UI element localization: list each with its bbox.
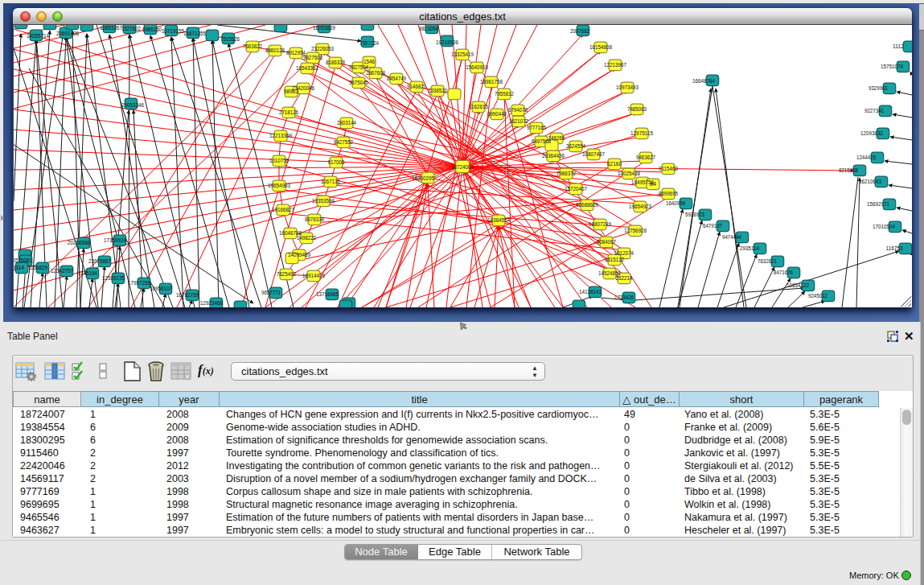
svg-text:10688609: 10688609 (576, 201, 598, 208)
svg-text:84: 84 (650, 180, 656, 187)
svg-text:1733426: 1733426 (614, 294, 634, 301)
svg-text:10807487: 10807487 (582, 150, 605, 158)
svg-text:16053809: 16053809 (313, 25, 335, 31)
svg-text:7986372: 7986372 (556, 170, 576, 177)
svg-text:2087682: 2087682 (570, 27, 589, 35)
svg-text:3267130: 3267130 (321, 178, 340, 185)
svg-text:2803144: 2803144 (337, 119, 356, 126)
svg-text:12213967: 12213967 (604, 61, 626, 68)
svg-text:9463627: 9463627 (636, 154, 655, 161)
svg-text:29053346: 29053346 (121, 101, 144, 109)
svg-text:2935114: 2935114 (740, 245, 759, 252)
svg-text:20206586: 20206586 (68, 239, 90, 246)
svg-text:746266: 746266 (548, 134, 565, 142)
svg-text:8471676: 8471676 (774, 269, 793, 276)
svg-text:3624554: 3624554 (566, 142, 585, 150)
svg-text:8678334: 8678334 (305, 216, 324, 223)
svg-text:16543362: 16543362 (296, 64, 318, 72)
svg-text:10958107: 10958107 (150, 285, 172, 292)
svg-text:15720407: 15720407 (565, 185, 587, 192)
svg-text:20364436: 20364436 (542, 152, 565, 159)
svg-text:8186328: 8186328 (326, 59, 345, 66)
svg-text:8990448: 8990448 (487, 110, 507, 117)
svg-text:8860128: 8860128 (265, 47, 285, 54)
svg-text:9115460: 9115460 (659, 165, 678, 172)
svg-text:23226053: 23226053 (311, 45, 334, 52)
svg-text:17957255: 17957255 (128, 279, 150, 286)
svg-text:20691406: 20691406 (56, 30, 79, 37)
svg-text:6966160: 6966160 (142, 26, 162, 33)
svg-text:9146821: 9146821 (407, 83, 426, 90)
svg-text:12342757: 12342757 (51, 267, 73, 274)
svg-text:14055714: 14055714 (27, 32, 49, 39)
svg-text:9227341: 9227341 (864, 107, 884, 114)
svg-text:19218506: 19218506 (436, 39, 458, 46)
svg-text:9777165: 9777165 (527, 124, 546, 131)
svg-text:10719155: 10719155 (162, 27, 184, 35)
svg-text:7663822: 7663822 (243, 43, 262, 50)
svg-text:10025438: 10025438 (618, 170, 640, 177)
svg-text:19654923: 19654923 (629, 203, 651, 210)
svg-text:1621072: 1621072 (509, 117, 528, 125)
svg-text:10973493: 10973493 (616, 84, 639, 91)
svg-text:7625402: 7625402 (277, 270, 296, 278)
svg-text:7485063: 7485063 (627, 105, 647, 113)
svg-text:1244415: 1244415 (856, 154, 876, 161)
svg-text:1546: 1546 (363, 58, 375, 65)
svg-text:10654122: 10654122 (786, 282, 809, 289)
svg-text:19654983: 19654983 (268, 182, 290, 189)
svg-text:19166827: 19166827 (272, 206, 294, 213)
svg-text:19384554: 19384554 (487, 216, 510, 224)
svg-text:16782759: 16782759 (176, 291, 199, 299)
svg-text:9245012: 9245012 (808, 292, 827, 299)
svg-text:9827503: 9827503 (303, 54, 322, 61)
svg-text:1112: 1112 (893, 43, 904, 50)
svg-text:9329961: 9329961 (869, 84, 888, 92)
svg-text:12756928: 12756928 (624, 227, 647, 234)
svg-text:12213369: 12213369 (269, 132, 292, 139)
svg-text:917006: 917006 (328, 159, 345, 166)
svg-text:17010504: 17010504 (873, 223, 895, 230)
svg-text:8427552: 8427552 (334, 138, 353, 146)
svg-text:13716485: 13716485 (316, 290, 339, 298)
svg-text:6794078: 6794078 (508, 106, 528, 113)
svg-text:3675045: 3675045 (349, 79, 368, 86)
svg-text:8699695: 8699695 (659, 190, 678, 197)
svg-text:15692971: 15692971 (867, 200, 889, 208)
svg-text:2867608: 2867608 (366, 69, 385, 76)
svg-text:17359924: 17359924 (104, 237, 126, 244)
svg-text:12505135: 12505135 (102, 274, 125, 282)
svg-text:16914479: 16914479 (302, 272, 325, 279)
svg-text:26535061: 26535061 (14, 257, 32, 264)
svg-text:18300295: 18300295 (412, 175, 434, 182)
svg-text:16210643: 16210643 (859, 178, 881, 185)
svg-text:12975115: 12975115 (630, 130, 653, 137)
svg-text:62160: 62160 (607, 160, 622, 167)
svg-text:18807249: 18807249 (589, 220, 611, 228)
svg-text:1338520: 1338520 (428, 87, 447, 94)
svg-text:9084067: 9084067 (597, 238, 616, 245)
svg-text:13353594: 13353594 (312, 197, 335, 204)
svg-text:1010755: 1010755 (269, 157, 289, 164)
svg-text:16154808: 16154808 (589, 43, 612, 51)
svg-text:1640954: 1640954 (666, 200, 685, 207)
svg-text:9657771: 9657771 (261, 289, 281, 296)
svg-text:7955812: 7955812 (495, 90, 514, 97)
svg-text:1156829: 1156829 (28, 264, 47, 271)
svg-text:1162615: 1162615 (469, 103, 488, 110)
svg-text:252214: 252214 (616, 274, 633, 282)
svg-text:12093832: 12093832 (860, 130, 883, 137)
svg-text:7632621: 7632621 (758, 257, 777, 265)
svg-text:2718126: 2718126 (279, 109, 298, 116)
svg-text:8215958: 8215958 (839, 167, 858, 174)
svg-text:16671355: 16671355 (183, 30, 206, 37)
svg-text:14099489: 14099489 (288, 251, 310, 258)
svg-text:23975867: 23975867 (88, 257, 111, 265)
svg-text:1527602: 1527602 (121, 25, 141, 32)
svg-text:39114: 39114 (14, 264, 24, 271)
svg-text:18724007: 18724007 (451, 163, 474, 171)
svg-text:16961758: 16961758 (480, 78, 503, 85)
svg-text:15751074: 15751074 (881, 63, 903, 70)
svg-text:116753: 116753 (886, 245, 903, 252)
svg-text:9474444: 9474444 (722, 233, 741, 241)
